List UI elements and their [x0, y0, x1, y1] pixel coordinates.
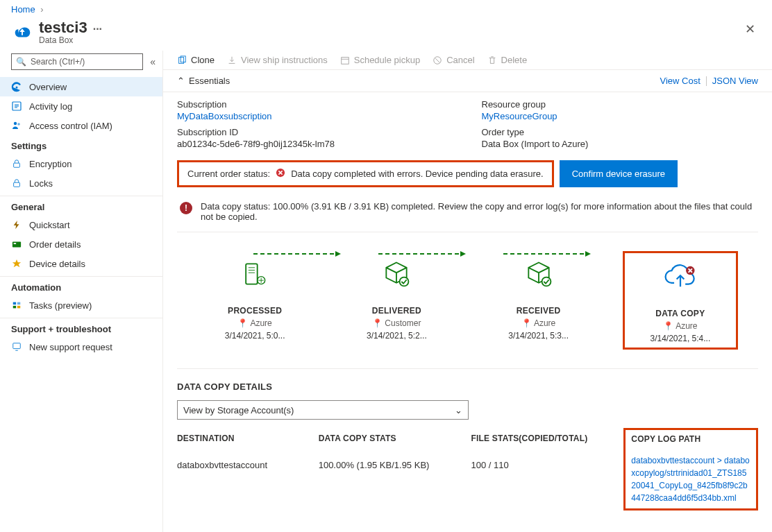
svg-rect-9: [17, 302, 20, 305]
nav-section-support: Support + troubleshoot: [0, 318, 162, 337]
search-input[interactable]: 🔍 Search (Ctrl+/): [11, 53, 143, 70]
subscription-id-value: ab01234c-5de6-78f9-gh0ij12345k-lm78: [177, 139, 454, 149]
timeline-received: RECEIVED 📍Azure 3/14/2021, 5:3...: [483, 253, 594, 341]
nav-locks[interactable]: Locks: [0, 173, 162, 193]
timeline: PROCESSED 📍Azure 3/14/2021, 5:0... DELIV…: [163, 232, 772, 354]
more-menu[interactable]: ···: [93, 23, 102, 35]
svg-point-0: [16, 87, 18, 89]
cell-log: databoxbvttestaccount > databoxcopylog/s…: [623, 450, 758, 510]
nav-activity-log[interactable]: Activity log: [0, 96, 162, 116]
databox-icon: [11, 20, 33, 42]
svg-rect-8: [13, 302, 16, 305]
view-by-dropdown[interactable]: View by Storage Account(s) ⌄: [177, 400, 469, 420]
breadcrumb-home[interactable]: Home: [11, 4, 35, 15]
nav-section-settings: Settings: [0, 135, 162, 154]
timeline-delivered: DELIVERED 📍Customer 3/14/2021, 5:2...: [341, 253, 452, 341]
json-view-link[interactable]: JSON View: [712, 76, 758, 86]
alert-text: Data copy status: 100.00% (3.91 KB / 3.9…: [201, 201, 755, 222]
cancel-button: Cancel: [433, 55, 474, 65]
nav-order-details[interactable]: Order details: [0, 234, 162, 254]
svg-rect-11: [17, 306, 20, 309]
nav-overview[interactable]: Overview: [0, 77, 162, 96]
lock-icon: [11, 178, 22, 189]
status-label: Current order status:: [187, 169, 270, 179]
download-icon: [227, 55, 237, 65]
col-destination: DESTINATION: [177, 434, 312, 456]
status-box: Current order status: Data copy complete…: [177, 160, 554, 187]
nav-support-request[interactable]: New support request: [0, 337, 162, 357]
nav-encryption[interactable]: Encryption: [0, 154, 162, 173]
pin-icon: 📍: [663, 321, 673, 331]
main-content: Clone View ship instructions Schedule pi…: [163, 51, 772, 532]
data-copy-details: DATA COPY DETAILS View by Storage Accoun…: [177, 368, 758, 510]
col-files: FILE STATS(COPIED/TOTAL): [471, 434, 616, 456]
svg-rect-18: [246, 264, 258, 284]
svg-rect-5: [14, 182, 20, 187]
copy-log-link[interactable]: databoxbvttestaccount > databoxcopylog/s…: [631, 456, 749, 503]
cancel-icon: [433, 55, 442, 65]
nav-access-control[interactable]: Access control (IAM): [0, 116, 162, 135]
close-button[interactable]: ✕: [739, 19, 761, 40]
pin-icon: 📍: [521, 318, 532, 328]
essentials-grid: SubscriptionMyDataBoxsubscription Subscr…: [163, 92, 772, 153]
datacenter-icon: [240, 253, 270, 295]
subscription-link[interactable]: MyDataBoxsubscription: [177, 111, 454, 121]
collapse-sidebar-button[interactable]: «: [150, 56, 156, 67]
support-icon: [11, 341, 22, 352]
breadcrumb: Home ›: [0, 0, 772, 16]
toolbar: Clone View ship instructions Schedule pi…: [163, 51, 772, 70]
nav-section-general: General: [0, 196, 162, 215]
svg-rect-12: [13, 343, 21, 349]
box-check-icon: [381, 253, 412, 295]
svg-rect-10: [13, 306, 16, 309]
access-control-icon: [11, 120, 22, 131]
svg-rect-6: [12, 242, 21, 248]
nav-section-automation: Automation: [0, 276, 162, 295]
chevron-right-icon: ›: [40, 4, 43, 15]
tasks-icon: [11, 300, 22, 311]
status-text: Data copy completed with errors. Device …: [291, 169, 543, 179]
resource-group-label: Resource group: [482, 99, 759, 110]
delete-button: Delete: [487, 55, 528, 65]
cell-destination: databoxbvttestaccount: [177, 456, 312, 510]
nav-tasks[interactable]: Tasks (preview): [0, 295, 162, 315]
pin-icon: 📍: [237, 318, 248, 328]
confirm-erasure-button[interactable]: Confirm device erasure: [560, 160, 678, 187]
calendar-icon: [340, 55, 350, 65]
search-icon: 🔍: [16, 57, 26, 67]
clone-button[interactable]: Clone: [177, 55, 215, 65]
chevron-down-icon: ⌄: [455, 405, 462, 415]
essentials-header[interactable]: ⌃ Essentials View Cost JSON View: [163, 70, 772, 92]
details-title: DATA COPY DETAILS: [177, 381, 758, 392]
activity-log-icon: [11, 101, 22, 112]
nav-device-details[interactable]: Device details: [0, 254, 162, 273]
order-type-label: Order type: [482, 127, 759, 137]
svg-point-20: [400, 277, 409, 286]
svg-point-3: [17, 123, 20, 126]
page-subtitle: Data Box: [39, 35, 102, 45]
status-row: Current order status: Data copy complete…: [177, 160, 758, 187]
timeline-processed: PROCESSED 📍Azure 3/14/2021, 5:0...: [199, 253, 310, 341]
chevron-up-icon: ⌃: [177, 76, 185, 86]
cloud-upload-error-icon: [663, 256, 698, 298]
order-type-value: Data Box (Import to Azure): [482, 139, 759, 149]
pin-icon: 📍: [372, 318, 383, 328]
col-stats: DATA COPY STATS: [319, 434, 464, 456]
view-cost-link[interactable]: View Cost: [660, 76, 700, 86]
error-icon: [276, 168, 285, 180]
view-ship-button: View ship instructions: [227, 55, 328, 65]
resource-group-link[interactable]: MyResourceGroup: [482, 111, 759, 121]
svg-rect-7: [14, 243, 17, 244]
alert-icon: !: [180, 202, 192, 214]
clone-icon: [177, 55, 187, 65]
timeline-datacopy: DATA COPY 📍Azure 3/14/2021, 5:4...: [625, 253, 736, 347]
device-icon: [11, 258, 22, 269]
sidebar: 🔍 Search (Ctrl+/) « Overview Activity lo…: [0, 51, 163, 532]
delete-icon: [487, 55, 497, 65]
svg-point-21: [542, 277, 551, 286]
alert-row: ! Data copy status: 100.00% (3.91 KB / 3…: [177, 194, 758, 232]
svg-point-2: [14, 122, 17, 125]
nav-quickstart[interactable]: Quickstart: [0, 215, 162, 234]
box-check-icon: [523, 253, 554, 295]
svg-rect-4: [14, 163, 20, 167]
